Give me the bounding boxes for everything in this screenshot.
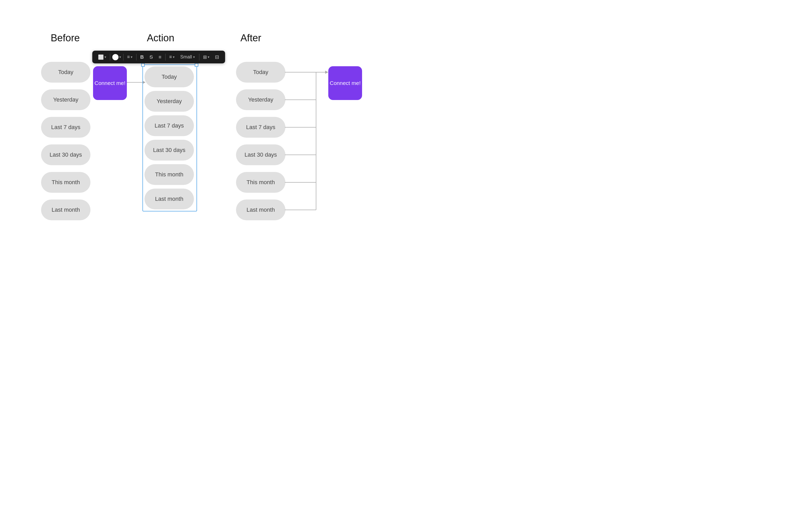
section-header-after: After [240, 32, 261, 43]
action-node-last7: Last 7 days [145, 115, 194, 136]
after-label: After [240, 32, 261, 43]
action-label: Action [147, 32, 174, 43]
action-node-today: Today [145, 66, 194, 87]
after-node-yesterday: Yesterday [236, 89, 285, 110]
align-icon: ≡ [169, 54, 172, 60]
toolbar-separator-5 [199, 54, 199, 61]
action-node-thismonth: This month [145, 164, 194, 185]
bold-icon: B [140, 54, 144, 60]
image-icon: ⊟ [215, 54, 219, 60]
strike-icon: S [149, 54, 153, 60]
before-label: Before [51, 32, 80, 43]
action-node-lastmonth: Last month [145, 189, 194, 209]
line-tool[interactable]: ≡ ▾ [125, 53, 134, 61]
align-tool[interactable]: ≡ ▾ [168, 53, 176, 61]
bold-tool[interactable]: B [139, 53, 146, 61]
action-purple-node[interactable]: Connect me! [93, 66, 127, 100]
toolbar-separator-2 [123, 54, 123, 61]
lines-icon: ≡ [127, 54, 130, 60]
action-selection-box: Today Yesterday Last 7 days Last 30 days… [142, 64, 197, 211]
list-icon: ≡ [158, 54, 162, 60]
toolbar-separator-1 [110, 54, 110, 61]
after-node-thismonth: This month [236, 172, 285, 193]
before-node-last30: Last 30 days [41, 145, 90, 165]
size-select[interactable]: Small ▾ [178, 53, 197, 61]
shape-icon: ⬜ [98, 54, 104, 60]
before-node-thismonth: This month [41, 172, 90, 193]
after-node-last30: Last 30 days [236, 145, 285, 165]
list-tool[interactable]: ≡ [157, 53, 163, 61]
svg-marker-10 [325, 71, 328, 74]
rows-tool[interactable]: ⊞ ▾ [201, 53, 211, 61]
size-label: Small [180, 54, 192, 60]
before-section: Today Yesterday Last 7 days Last 30 days… [41, 62, 90, 220]
section-header-action: Action [147, 32, 174, 43]
color-circle [112, 54, 118, 60]
handle-top-left [141, 63, 145, 67]
after-node-lastmonth: Last month [236, 200, 285, 220]
before-node-lastmonth: Last month [41, 200, 90, 220]
after-node-today: Today [236, 62, 285, 83]
color-tool[interactable]: ▾ [112, 54, 121, 60]
action-node-last30: Last 30 days [145, 140, 194, 160]
before-node-yesterday: Yesterday [41, 89, 90, 110]
toolbar-separator-4 [165, 54, 166, 61]
after-nodes-column: Today Yesterday Last 7 days Last 30 days… [236, 62, 285, 220]
after-node-last7: Last 7 days [236, 117, 285, 138]
section-header-before: Before [51, 32, 80, 43]
toolbar-separator-3 [136, 54, 137, 61]
toolbar: ⬜ ▾ ▾ ≡ ▾ B S ≡ ≡ ▾ Small ▾ ⊞ ▾ ⊟ [92, 51, 225, 63]
action-node-yesterday: Yesterday [145, 91, 194, 112]
shape-tool[interactable]: ⬜ ▾ [96, 53, 108, 61]
after-purple-node[interactable]: Connect me! [328, 66, 362, 100]
rows-icon: ⊞ [203, 54, 207, 60]
before-node-today: Today [41, 62, 90, 83]
strike-tool[interactable]: S [148, 53, 155, 61]
handle-top-right [195, 63, 198, 67]
before-node-last7: Last 7 days [41, 117, 90, 138]
image-tool[interactable]: ⊟ [213, 53, 221, 61]
